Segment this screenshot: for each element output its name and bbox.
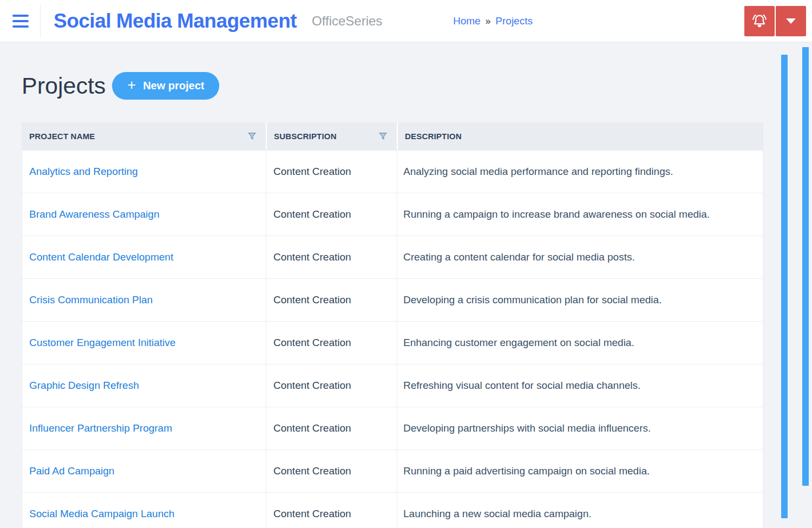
subscription-cell: Content Creation (266, 407, 397, 449)
project-name-cell: Influencer Partnership Program (22, 407, 266, 449)
hamburger-bar (12, 25, 29, 28)
description-cell: Enhancing customer engagement on social … (397, 322, 763, 364)
table-row: Social Media Campaign Launch Content Cre… (22, 492, 763, 528)
new-project-button[interactable]: + New project (112, 72, 219, 100)
table-row: Content Calendar Development Content Cre… (22, 236, 763, 278)
description-cell: Developing partnerships with social medi… (397, 407, 763, 449)
bell-icon (750, 11, 769, 31)
project-name-cell: Paid Ad Campaign (22, 450, 266, 492)
caret-down-icon (786, 18, 796, 24)
projects-table: PROJECT NAME SUBSCRIPTION DESCRIPTION (22, 122, 763, 528)
project-link[interactable]: Customer Engagement Initiative (29, 337, 175, 349)
topbar-actions (744, 6, 806, 36)
subscription-cell: Content Creation (266, 450, 397, 492)
hamburger-bar (12, 15, 29, 17)
plus-icon: + (127, 78, 136, 93)
project-link[interactable]: Graphic Design Refresh (29, 380, 139, 392)
project-link[interactable]: Social Media Campaign Launch (29, 508, 174, 520)
column-header-project-name[interactable]: PROJECT NAME (22, 122, 266, 150)
project-name-cell: Brand Awareness Campaign (22, 193, 266, 236)
description-cell: Developing a crisis communication plan f… (397, 279, 763, 321)
subscription-cell: Content Creation (266, 322, 397, 364)
hamburger-icon[interactable] (12, 15, 29, 28)
description-cell: Running a campaign to increase brand awa… (397, 193, 763, 236)
column-label: PROJECT NAME (29, 132, 95, 141)
breadcrumb-separator: » (485, 15, 492, 27)
project-link[interactable]: Content Calendar Development (29, 251, 173, 263)
project-name-cell: Crisis Communication Plan (22, 279, 266, 321)
breadcrumb-home-link[interactable]: Home (453, 15, 481, 27)
page-title: Projects (22, 73, 106, 99)
filter-icon[interactable] (247, 131, 257, 141)
breadcrumb: Home » Projects (453, 15, 533, 27)
subscription-cell: Content Creation (266, 493, 397, 528)
column-header-description[interactable]: DESCRIPTION (397, 122, 763, 150)
subscription-cell: Content Creation (266, 364, 397, 407)
project-name-cell: Content Calendar Development (22, 236, 266, 278)
subscription-cell: Content Creation (266, 236, 397, 278)
description-cell: Analyzing social media performance and r… (397, 151, 763, 193)
column-header-subscription[interactable]: SUBSCRIPTION (266, 122, 397, 150)
project-link[interactable]: Influencer Partnership Program (29, 422, 172, 434)
project-name-cell: Customer Engagement Initiative (22, 322, 266, 364)
column-label: SUBSCRIPTION (274, 132, 337, 141)
outer-scrollbar-thumb[interactable] (802, 47, 809, 486)
subscription-cell: Content Creation (266, 193, 397, 236)
new-project-label: New project (143, 80, 204, 92)
table-row: Brand Awareness Campaign Content Creatio… (22, 193, 763, 236)
notifications-button[interactable] (744, 6, 775, 36)
table-row: Customer Engagement Initiative Content C… (22, 321, 763, 364)
hamburger-bar (12, 20, 29, 22)
app-subtitle: OfficeSeries (312, 14, 382, 29)
project-name-cell: Graphic Design Refresh (22, 364, 266, 407)
account-menu-button[interactable] (776, 6, 806, 36)
inner-scrollbar-thumb[interactable] (781, 55, 788, 518)
app-title: Social Media Management (54, 10, 297, 32)
project-link[interactable]: Brand Awareness Campaign (29, 208, 159, 220)
subscription-cell: Content Creation (266, 151, 397, 193)
table-header-row: PROJECT NAME SUBSCRIPTION DESCRIPTION (22, 122, 763, 150)
description-cell: Creating a content calendar for social m… (397, 236, 763, 278)
project-name-cell: Social Media Campaign Launch (22, 493, 266, 528)
page-title-row: Projects + New project (22, 72, 763, 100)
filter-icon[interactable] (378, 131, 388, 141)
description-cell: Launching a new social media campaign. (397, 493, 763, 528)
table-row: Crisis Communication Plan Content Creati… (22, 278, 763, 321)
table-row: Analytics and Reporting Content Creation… (22, 150, 763, 193)
project-link[interactable]: Analytics and Reporting (29, 166, 138, 178)
topbar: Social Media Management OfficeSeries Hom… (0, 0, 812, 42)
description-cell: Refreshing visual content for social med… (397, 364, 763, 407)
topbar-divider (40, 4, 41, 38)
main-content: Projects + New project PROJECT NAME SUBS… (0, 72, 812, 528)
breadcrumb-current-link[interactable]: Projects (495, 15, 533, 27)
table-row: Paid Ad Campaign Content Creation Runnin… (22, 449, 763, 492)
subscription-cell: Content Creation (266, 279, 397, 321)
project-name-cell: Analytics and Reporting (22, 151, 266, 193)
project-link[interactable]: Crisis Communication Plan (29, 294, 153, 306)
table-row: Graphic Design Refresh Content Creation … (22, 364, 763, 407)
project-link[interactable]: Paid Ad Campaign (29, 465, 114, 477)
table-row: Influencer Partnership Program Content C… (22, 407, 763, 449)
column-label: DESCRIPTION (405, 132, 462, 141)
description-cell: Running a paid advertising campaign on s… (397, 450, 763, 492)
